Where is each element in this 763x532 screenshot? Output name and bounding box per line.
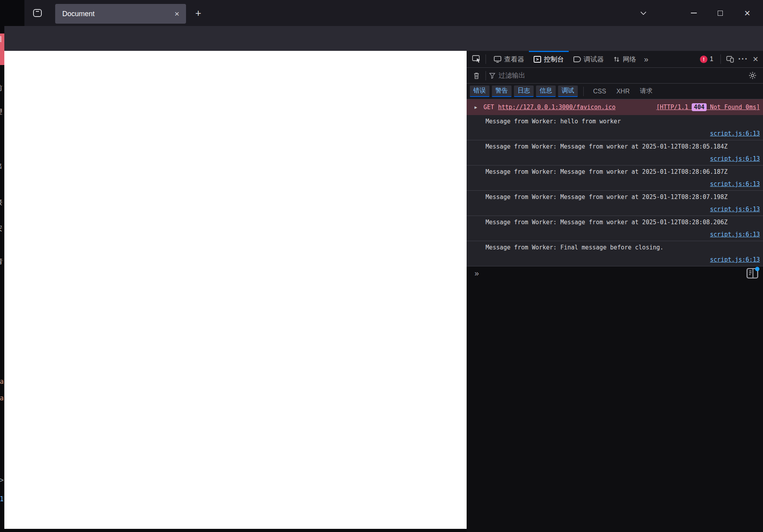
console-message-text: Message from Worker: Message from worker… [486,168,760,175]
filter-output-input[interactable]: 过滤输出 [489,71,746,80]
console-input-row[interactable]: » [467,266,763,280]
clear-console-button[interactable] [471,69,482,82]
strip-fragment: ra [0,394,4,402]
console-message-row: Message from Worker: Message from worker… [467,166,763,191]
list-tabs-button[interactable] [635,7,651,19]
strip-fragment: 理 [0,107,4,116]
tab-console[interactable]: > 控制台 [529,51,569,67]
status-close: Not Found 0ms] [707,104,760,111]
filter-logs[interactable]: 日志 [514,86,534,97]
console-message-row: Message from Worker: Final message befor… [467,241,763,266]
separator [486,71,486,80]
console-message-text: Message from Worker: hello from worker [486,118,760,125]
console-source-link[interactable]: script.js:6:13 [710,180,760,188]
separator [486,54,486,64]
request-method: GET [484,104,494,111]
strip-fragment: 目 [0,35,4,44]
devtools-toolbar: 查看器 > 控制台 调试器 网络 » ! 1 [467,51,763,68]
trash-icon [473,72,480,79]
strip-fragment: p [0,276,4,284]
strip-fragment: ' [0,429,4,437]
filter-debug[interactable]: 调试 [558,86,578,97]
strip-fragment: - [0,313,4,321]
maximize-icon [718,11,723,16]
strip-fragment: 前 [0,84,4,93]
console-settings-button[interactable] [746,69,758,82]
console-message-text: Message from Worker: Message from worker… [486,193,760,201]
minimize-icon [691,13,697,13]
console-message-text: Message from Worker: Final message befor… [486,244,760,251]
filter-xhr[interactable]: XHR [612,88,634,95]
browser-tab[interactable]: Document × [55,4,186,24]
tab-inspector[interactable]: 查看器 [489,51,529,67]
strip-fragment: 请 [0,257,4,266]
status-code-badge: 404 [692,103,706,111]
console-prompt: » [475,269,479,278]
filter-info[interactable]: 信息 [536,86,556,97]
window-close-button[interactable]: × [739,7,755,19]
screen: Document × + × ← → ↻ 127.0.0.1:3000/inde… [0,0,763,532]
tab-title: Document [62,10,171,18]
chevron-down-icon [640,11,646,15]
filter-placeholder: 过滤输出 [499,71,525,80]
network-icon [613,56,620,63]
error-count: 1 [710,56,713,63]
pick-element-button[interactable] [471,53,482,65]
responsive-mode-icon [726,56,734,63]
filter-requests[interactable]: 请求 [636,87,657,95]
console-filter-row: 过滤输出 [467,68,763,84]
pick-element-icon [472,55,481,63]
debugger-icon [573,56,581,62]
tab-network[interactable]: 网络 [609,51,641,67]
console-source-link[interactable]: script.js:6:13 [710,130,760,137]
console-icon: > [534,56,541,63]
window-maximize-button[interactable] [712,7,728,19]
network-error-row[interactable]: ▶ GET http://127.0.0.1:3000/favicon.ico … [467,99,763,115]
console-source-link[interactable]: script.js:6:13 [710,256,760,263]
console-source-link[interactable]: script.js:6:13 [710,231,760,238]
tab-label: 查看器 [504,55,524,64]
separator [583,87,584,96]
responsive-mode-button[interactable] [724,53,736,65]
page-viewport[interactable] [4,51,467,529]
strip-fragment: 安 [0,224,4,233]
new-tab-button[interactable]: + [192,7,205,19]
firefox-view-icon [33,9,42,17]
disclosure-triangle-icon[interactable]: ▶ [475,105,477,110]
window-minimize-button[interactable] [686,7,702,19]
tab-label: 控制台 [544,55,564,64]
devtools-close-button[interactable]: × [753,54,758,65]
console-source-link[interactable]: script.js:6:13 [710,206,760,213]
navigation-toolbar: ← → ↻ 127.0.0.1:3000/index.html 文 A ☆ [0,26,763,51]
strip-fragment: o1 [0,495,4,503]
strip-fragment: : [0,334,4,342]
firefox-view-button[interactable] [31,7,44,19]
request-url-link[interactable]: http://127.0.0.1:3000/favicon.ico [498,104,616,111]
devtools-empty-area [467,280,763,532]
tab-debugger[interactable]: 调试器 [569,51,609,67]
tab-label: 调试器 [584,55,604,64]
status-open: [HTTP/1.1 [656,104,692,111]
response-status-link[interactable]: [HTTP/1.1 404 Not Found 0ms] [656,104,760,111]
console-message-row: Message from Worker: Message from worker… [467,216,763,241]
split-console-button[interactable] [746,268,759,279]
background-window-corner [0,0,24,26]
gear-icon [749,72,756,79]
filter-warnings[interactable]: 警告 [492,86,512,97]
console-source-link[interactable]: script.js:6:13 [710,155,760,162]
console-output: ▶ GET http://127.0.0.1:3000/favicon.ico … [467,99,763,266]
background-window-strip: 目 前 理 9 出 接 安 请 p T - : t ra ra ' => o1 [0,26,4,532]
devtools-menu-button[interactable]: ··· [738,54,748,64]
error-badge-icon[interactable]: ! [700,56,707,63]
devtools-panel: 查看器 > 控制台 调试器 网络 » ! 1 [467,51,763,532]
filter-errors[interactable]: 错误 [470,86,489,97]
tab-close-icon[interactable]: × [171,8,183,20]
console-message-row: Message from Worker: Message from worker… [467,140,763,166]
filter-css[interactable]: CSS [589,88,610,95]
strip-fragment: 接 [0,198,4,207]
separator [720,54,721,64]
notification-dot [755,267,759,271]
strip-fragment: 出 [0,162,4,171]
more-tabs-button[interactable]: » [641,55,651,64]
inspector-icon [494,56,501,63]
